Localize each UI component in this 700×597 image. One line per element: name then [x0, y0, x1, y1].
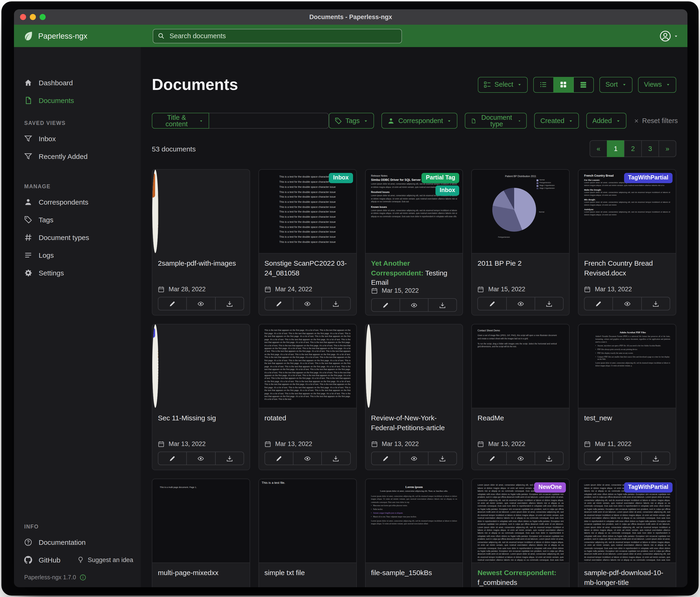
- preview-document-button[interactable]: [186, 297, 216, 311]
- document-title[interactable]: Sec 11-Missing sig: [158, 414, 244, 423]
- detail-view-button[interactable]: [573, 77, 594, 93]
- pagination-page-2[interactable]: 2: [624, 141, 642, 157]
- document-title[interactable]: French Country Bread Revised.docx: [584, 259, 670, 278]
- zoom-window-button[interactable]: [40, 14, 46, 20]
- document-title[interactable]: Yet Another Correspondent: Testing Email: [371, 259, 457, 287]
- sidebar-item-document-types[interactable]: Document types: [14, 229, 141, 246]
- preview-document-button[interactable]: [400, 452, 429, 465]
- created-filter-button[interactable]: Created: [534, 113, 579, 129]
- document-thumbnail[interactable]: Patient BP Distribution 2011NormalPrehyp…: [472, 170, 569, 254]
- tag-badge[interactable]: Inbox: [329, 173, 353, 183]
- close-window-button[interactable]: [20, 14, 26, 20]
- sidebar-item-documents[interactable]: Documents: [14, 91, 141, 109]
- list-view-button[interactable]: [533, 77, 554, 93]
- filter-query-input[interactable]: [209, 113, 329, 129]
- sort-button[interactable]: Sort: [599, 77, 632, 93]
- document-thumbnail[interactable]: Lorem ipsum dolor sit amet, consectetur …: [152, 325, 158, 408]
- sidebar-item-recently-added[interactable]: Recently Added: [14, 147, 141, 165]
- document-correspondent[interactable]: Yet Another Correspondent:: [371, 259, 423, 277]
- document-title[interactable]: Sonstige ScanPC2022 03-24_081058: [265, 259, 351, 278]
- pagination-page-3[interactable]: 3: [641, 141, 659, 157]
- download-document-button[interactable]: [428, 452, 457, 465]
- document-title[interactable]: multi-page-mixedxx: [158, 568, 244, 578]
- preview-document-button[interactable]: [293, 452, 322, 465]
- edit-document-button[interactable]: [584, 452, 613, 465]
- document-thumbnail[interactable]: This is the text that appears on the fir…: [259, 325, 356, 408]
- document-title[interactable]: Review-of-New-York-Federal-Petitions-art…: [371, 414, 457, 432]
- tag-badge[interactable]: Another Sample Tag: [152, 173, 155, 198]
- tag-badge[interactable]: Inbox: [435, 186, 459, 195]
- sidebar-item-correspondents[interactable]: Correspondents: [14, 193, 141, 211]
- edit-document-button[interactable]: [265, 452, 294, 465]
- minimize-window-button[interactable]: [30, 14, 36, 20]
- sidebar-item-dashboard[interactable]: Dashboard: [14, 74, 141, 91]
- edit-document-button[interactable]: [371, 298, 400, 312]
- preview-document-button[interactable]: [613, 297, 642, 311]
- views-button[interactable]: Views: [638, 77, 676, 93]
- tags-filter-button[interactable]: Tags: [329, 113, 374, 129]
- edit-document-button[interactable]: [584, 297, 613, 311]
- sidebar-item-settings[interactable]: Settings: [14, 264, 141, 282]
- preview-document-button[interactable]: [506, 297, 535, 311]
- preview-document-button[interactable]: [506, 452, 535, 465]
- sidebar-item-inbox[interactable]: Inbox: [14, 129, 141, 147]
- edit-document-button[interactable]: [371, 452, 400, 465]
- document-thumbnail[interactable]: Review of New York Federal Petitions for…: [365, 325, 371, 408]
- document-title[interactable]: test_new: [584, 414, 670, 423]
- tag-badge[interactable]: NewOne: [534, 483, 566, 493]
- added-filter-button[interactable]: Added: [586, 113, 626, 129]
- preview-document-button[interactable]: [293, 297, 322, 311]
- pagination-next-button[interactable]: »: [658, 141, 676, 157]
- tag-badge[interactable]: TagWithPartial: [624, 483, 673, 493]
- pagination-prev-button[interactable]: «: [590, 141, 607, 157]
- title-content-filter-button[interactable]: Title & content: [152, 113, 209, 129]
- edit-document-button[interactable]: [265, 297, 294, 311]
- download-document-button[interactable]: [641, 452, 670, 465]
- download-document-button[interactable]: [215, 297, 244, 311]
- sidebar-item-logs[interactable]: Logs: [14, 246, 141, 264]
- document-thumbnail[interactable]: Lorem ipsum dolor sit amet, consectetur …: [152, 170, 158, 254]
- app-brand[interactable]: Paperless-ngx: [23, 31, 153, 41]
- edit-document-button[interactable]: [478, 297, 507, 311]
- document-thumbnail[interactable]: This is a test file.: [259, 479, 356, 563]
- suggest-an-idea-link[interactable]: Suggest an idea: [78, 556, 141, 563]
- download-document-button[interactable]: [641, 297, 670, 311]
- document-correspondent[interactable]: Newest Correspondent:: [478, 569, 556, 577]
- download-document-button[interactable]: [535, 297, 564, 311]
- pagination-page-1[interactable]: 1: [607, 141, 625, 157]
- edit-document-button[interactable]: [158, 452, 187, 465]
- document-thumbnail[interactable]: Lorem ipsum dolor sit amet, consectetur …: [472, 479, 569, 563]
- document-thumbnail[interactable]: Contact Sheet DemoGiven a set of image f…: [472, 325, 569, 408]
- preview-document-button[interactable]: [186, 452, 216, 465]
- tag-badge[interactable]: TagWithPartial: [624, 173, 673, 183]
- document-thumbnail[interactable]: French Country BreadFor the Leaven:Lorem…: [578, 170, 676, 254]
- tag-badge[interactable]: Partial Tag: [422, 173, 459, 183]
- document-thumbnail[interactable]: Adobe Acrobat PDF FilesAdobe® Portable D…: [578, 325, 676, 408]
- document-title[interactable]: Newest Correspondent: f_combineds: [478, 568, 564, 587]
- grid-view-button[interactable]: [553, 77, 574, 93]
- preview-document-button[interactable]: [400, 298, 429, 312]
- sidebar-item-github[interactable]: GitHub: [14, 551, 71, 569]
- tag-badge[interactable]: TagWithPartial: [152, 328, 155, 338]
- document-thumbnail[interactable]: This is a test for the double space char…: [259, 170, 356, 254]
- search-input[interactable]: [169, 32, 397, 40]
- document-title[interactable]: ReadMe: [478, 414, 564, 423]
- select-button[interactable]: Select: [478, 77, 528, 93]
- user-menu[interactable]: [659, 30, 678, 42]
- document-title[interactable]: 2sample-pdf-with-images: [158, 259, 244, 268]
- document-thumbnail[interactable]: Release NotesSimba ODBC Driver for SQL S…: [365, 170, 463, 254]
- edit-document-button[interactable]: [478, 452, 507, 465]
- document-title[interactable]: simple txt file: [265, 568, 351, 578]
- document-title[interactable]: 2011 BP Pie 2: [478, 259, 564, 268]
- reset-filters-button[interactable]: Reset filters: [634, 117, 678, 125]
- document-thumbnail[interactable]: Lorem ipsum dolor sit amet, consectetur …: [578, 479, 676, 563]
- edit-document-button[interactable]: [158, 297, 187, 311]
- correspondent-filter-button[interactable]: Correspondent: [381, 113, 457, 129]
- document-type-filter-button[interactable]: Document type: [465, 113, 527, 129]
- download-document-button[interactable]: [428, 298, 457, 312]
- document-title[interactable]: rotated: [265, 414, 351, 423]
- document-title[interactable]: file-sample_150kBs: [371, 568, 457, 578]
- download-document-button[interactable]: [215, 452, 244, 465]
- document-title[interactable]: sample-pdf-download-10-mb-longer-title: [584, 568, 670, 587]
- sidebar-item-tags[interactable]: Tags: [14, 211, 141, 229]
